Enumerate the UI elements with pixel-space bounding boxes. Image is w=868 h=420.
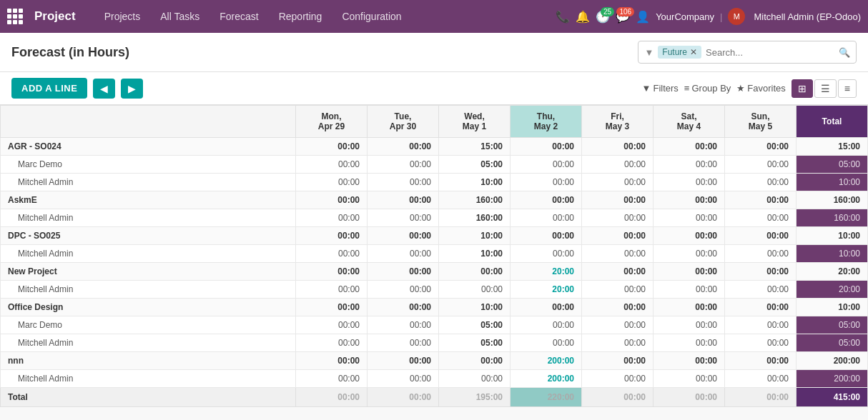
cell-tue[interactable]: 00:00 xyxy=(368,138,439,156)
nav-reporting[interactable]: Reporting xyxy=(269,0,332,33)
cell-sun[interactable]: 00:00 xyxy=(725,263,797,281)
prev-button[interactable]: ◀ xyxy=(93,79,115,99)
cell-wed[interactable]: 160:00 xyxy=(439,191,511,209)
grid-view-button[interactable]: ⊞ xyxy=(791,79,813,98)
cell-thu[interactable]: 00:00 xyxy=(511,227,582,245)
cell-sat[interactable]: 00:00 xyxy=(654,281,725,299)
nav-forecast[interactable]: Forecast xyxy=(209,0,268,33)
cell-wed[interactable]: 10:00 xyxy=(439,299,511,316)
table-row[interactable]: Mitchell Admin00:0000:0000:0020:0000:000… xyxy=(1,281,868,299)
cell-thu[interactable]: 00:00 xyxy=(511,156,582,174)
cell-tue[interactable]: 00:00 xyxy=(368,299,439,316)
table-row[interactable]: New Project00:0000:0000:0020:0000:0000:0… xyxy=(1,263,868,281)
chat-icon[interactable]: 💬 106 xyxy=(616,10,630,24)
cell-tue[interactable]: 00:00 xyxy=(368,263,439,281)
cell-sat[interactable]: 00:00 xyxy=(654,316,725,334)
cell-mon[interactable]: 00:00 xyxy=(296,370,368,388)
cell-thu[interactable]: 00:00 xyxy=(511,138,582,156)
cell-tue[interactable]: 00:00 xyxy=(368,334,439,352)
cell-sat[interactable]: 00:00 xyxy=(654,370,725,388)
cell-wed[interactable]: 00:00 xyxy=(439,263,511,281)
table-row[interactable]: Office Design00:0000:0010:0000:0000:0000… xyxy=(1,299,868,316)
cell-mon[interactable]: 00:00 xyxy=(296,299,368,316)
cell-mon[interactable]: 00:00 xyxy=(296,263,368,281)
cell-sun[interactable]: 00:00 xyxy=(725,370,797,388)
cell-thu[interactable]: 00:00 xyxy=(511,245,582,263)
cell-thu[interactable]: 20:00 xyxy=(511,281,582,299)
cell-sun[interactable]: 00:00 xyxy=(725,209,797,227)
cell-mon[interactable]: 00:00 xyxy=(296,227,368,245)
cell-thu[interactable]: 20:00 xyxy=(511,263,582,281)
cell-wed[interactable]: 10:00 xyxy=(439,245,511,263)
cell-wed[interactable]: 15:00 xyxy=(439,138,511,156)
cell-tue[interactable]: 00:00 xyxy=(368,316,439,334)
filter-tag[interactable]: Future ✕ xyxy=(658,46,701,59)
cell-fri[interactable]: 00:00 xyxy=(582,334,654,352)
cell-wed[interactable]: 10:00 xyxy=(439,227,511,245)
cell-tue[interactable]: 00:00 xyxy=(368,209,439,227)
bell-icon[interactable]: 🔔 xyxy=(576,10,590,24)
cell-wed[interactable]: 00:00 xyxy=(439,352,511,370)
table-row[interactable]: DPC - SO02500:0000:0010:0000:0000:0000:0… xyxy=(1,227,868,245)
cell-mon[interactable]: 00:00 xyxy=(296,334,368,352)
cell-mon[interactable]: 00:00 xyxy=(296,281,368,299)
cell-sat[interactable]: 00:00 xyxy=(654,156,725,174)
cell-wed[interactable]: 00:00 xyxy=(439,281,511,299)
table-row[interactable]: Mitchell Admin00:0000:0005:0000:0000:000… xyxy=(1,334,868,352)
cell-sun[interactable]: 00:00 xyxy=(725,156,797,174)
detail-view-button[interactable]: ≡ xyxy=(838,79,857,98)
cell-sat[interactable]: 00:00 xyxy=(654,191,725,209)
cell-sat[interactable]: 00:00 xyxy=(654,209,725,227)
cell-mon[interactable]: 00:00 xyxy=(296,245,368,263)
cell-mon[interactable]: 00:00 xyxy=(296,156,368,174)
cell-fri[interactable]: 00:00 xyxy=(582,156,654,174)
cell-tue[interactable]: 00:00 xyxy=(368,174,439,191)
cell-sun[interactable]: 00:00 xyxy=(725,174,797,191)
cell-sat[interactable]: 00:00 xyxy=(654,263,725,281)
cell-fri[interactable]: 00:00 xyxy=(582,138,654,156)
add-line-button[interactable]: ADD A LINE xyxy=(11,78,87,99)
cell-tue[interactable]: 00:00 xyxy=(368,281,439,299)
cell-mon[interactable]: 00:00 xyxy=(296,316,368,334)
cell-fri[interactable]: 00:00 xyxy=(582,174,654,191)
filter-tag-remove[interactable]: ✕ xyxy=(690,47,697,57)
timer-icon[interactable]: 🕐 25 xyxy=(596,10,610,24)
cell-thu[interactable]: 00:00 xyxy=(511,316,582,334)
cell-sun[interactable]: 00:00 xyxy=(725,245,797,263)
nav-configuration[interactable]: Configuration xyxy=(332,0,411,33)
cell-sat[interactable]: 00:00 xyxy=(654,245,725,263)
cell-sun[interactable]: 00:00 xyxy=(725,227,797,245)
user-menu[interactable]: Mitchell Admin (EP-Odoo) xyxy=(754,11,861,22)
cell-tue[interactable]: 00:00 xyxy=(368,370,439,388)
cell-fri[interactable]: 00:00 xyxy=(582,227,654,245)
cell-wed[interactable]: 05:00 xyxy=(439,316,511,334)
cell-sat[interactable]: 00:00 xyxy=(654,334,725,352)
next-button[interactable]: ▶ xyxy=(121,79,143,99)
table-row[interactable]: nnn00:0000:0000:00200:0000:0000:0000:002… xyxy=(1,352,868,370)
cell-fri[interactable]: 00:00 xyxy=(582,299,654,316)
table-row[interactable]: Mitchell Admin00:0000:00160:0000:0000:00… xyxy=(1,209,868,227)
cell-sun[interactable]: 00:00 xyxy=(725,299,797,316)
activity-icon[interactable]: 👤 xyxy=(636,10,650,24)
search-icon[interactable]: 🔍 xyxy=(839,47,850,58)
cell-sun[interactable]: 00:00 xyxy=(725,138,797,156)
cell-wed[interactable]: 00:00 xyxy=(439,370,511,388)
cell-thu[interactable]: 00:00 xyxy=(511,334,582,352)
cell-thu[interactable]: 200:00 xyxy=(511,352,582,370)
cell-sun[interactable]: 00:00 xyxy=(725,334,797,352)
table-row[interactable]: Mitchell Admin00:0000:0000:00200:0000:00… xyxy=(1,370,868,388)
list-view-button[interactable]: ☰ xyxy=(814,79,837,98)
cell-sun[interactable]: 00:00 xyxy=(725,352,797,370)
cell-mon[interactable]: 00:00 xyxy=(296,352,368,370)
cell-fri[interactable]: 00:00 xyxy=(582,352,654,370)
table-row[interactable]: Marc Demo00:0000:0005:0000:0000:0000:000… xyxy=(1,316,868,334)
company-selector[interactable]: YourCompany xyxy=(656,11,714,22)
cell-fri[interactable]: 00:00 xyxy=(582,245,654,263)
group-by-button[interactable]: ≡ Group By xyxy=(684,83,731,94)
cell-fri[interactable]: 00:00 xyxy=(582,209,654,227)
cell-mon[interactable]: 00:00 xyxy=(296,191,368,209)
cell-sat[interactable]: 00:00 xyxy=(654,138,725,156)
cell-fri[interactable]: 00:00 xyxy=(582,370,654,388)
cell-fri[interactable]: 00:00 xyxy=(582,281,654,299)
cell-sun[interactable]: 00:00 xyxy=(725,281,797,299)
